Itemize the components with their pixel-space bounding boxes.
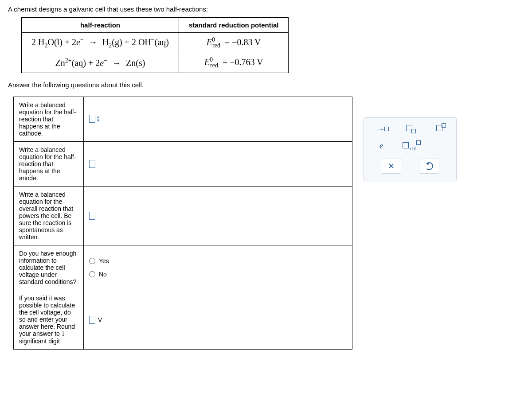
radio-no-label: No — [99, 271, 107, 278]
palette-superscript-btn[interactable] — [432, 124, 451, 133]
q1-prompt: Write a balanced equation for the half-r… — [14, 97, 84, 142]
intro-text: A chemist designs a galvanic cell that u… — [8, 5, 524, 13]
equation-input[interactable] — [89, 115, 95, 123]
q2-prompt: Write a balanced equation for the half-r… — [14, 142, 84, 187]
q1-input-cell[interactable]: ▲▼ — [83, 97, 352, 142]
stepper-icon[interactable]: ▲▼ — [96, 115, 100, 122]
q5-input-cell[interactable]: V — [83, 290, 352, 350]
equation-input[interactable] — [89, 160, 95, 168]
radio-yes-label: Yes — [99, 257, 109, 264]
question-prompt: Answer the following questions about thi… — [8, 81, 524, 89]
palette-reset-btn[interactable] — [419, 159, 439, 174]
col-header-potential: standard reduction potential — [179, 18, 289, 33]
radio-yes[interactable]: Yes — [89, 257, 347, 264]
potential-2: E0red = −0.763 V — [179, 53, 289, 73]
voltage-input[interactable] — [89, 316, 95, 324]
palette-subscript-btn[interactable] — [402, 124, 421, 133]
q4-input-cell: Yes No — [83, 245, 352, 290]
radio-no[interactable]: No — [89, 271, 347, 278]
radio-icon[interactable] — [89, 271, 95, 277]
q2-input-cell[interactable] — [83, 142, 352, 187]
q3-prompt: Write a balanced equation for the overal… — [14, 187, 84, 245]
half-reaction-table: half-reaction standard reduction potenti… — [21, 17, 289, 73]
symbol-palette: → e x10 ✕ — [364, 117, 457, 181]
radio-icon[interactable] — [89, 258, 95, 264]
close-icon: ✕ — [388, 161, 395, 171]
answer-table: Write a balanced equation for the half-r… — [13, 97, 352, 350]
reset-icon — [425, 162, 433, 170]
q3-input-cell[interactable] — [83, 187, 352, 245]
q5-prompt: If you said it was possible to calculate… — [14, 290, 84, 350]
palette-yields-btn[interactable]: → — [372, 124, 391, 133]
col-header-reaction: half-reaction — [22, 18, 179, 33]
palette-sci-notation-btn[interactable]: x10 — [402, 141, 421, 151]
reaction-2: Zn2+(aq) + 2e− → Zn(s) — [22, 53, 179, 73]
q4-prompt: Do you have enough information to calcul… — [14, 245, 84, 290]
potential-1: E0red = −0.83 V — [179, 33, 289, 53]
palette-clear-btn[interactable]: ✕ — [381, 159, 401, 174]
reaction-1: 2 H2O(l) + 2e− → H2(g) + 2 OH−(aq) — [22, 33, 179, 53]
voltage-unit: V — [98, 316, 102, 323]
palette-electron-btn[interactable]: e — [372, 141, 391, 151]
equation-input[interactable] — [89, 212, 95, 220]
